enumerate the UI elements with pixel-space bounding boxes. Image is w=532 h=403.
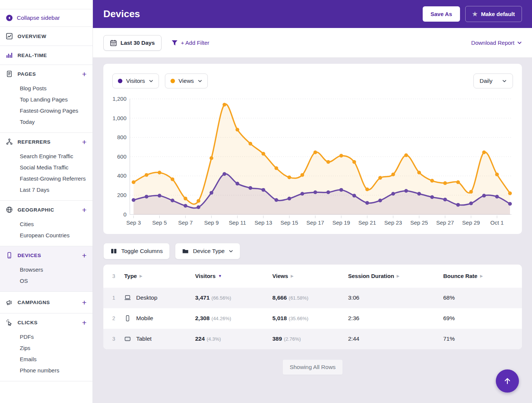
showing-all-rows-button[interactable]: Showing All Rows bbox=[283, 360, 342, 375]
views-series-dropdown[interactable]: Views bbox=[165, 74, 208, 88]
svg-text:Sep 11: Sep 11 bbox=[229, 219, 246, 226]
sort-arrow-icon: ▶ bbox=[140, 274, 143, 278]
add-filter-button[interactable]: + Add Filter bbox=[171, 40, 209, 46]
arrow-up-icon bbox=[503, 377, 512, 385]
sidebar-item-fastest-growing-referrers[interactable]: Fastest-Growing Referrers bbox=[20, 173, 87, 184]
table-controls: Toggle Columns Device Type bbox=[103, 243, 522, 259]
geographic-links: Cities European Countries bbox=[6, 219, 87, 241]
sidebar-item-geographic[interactable]: GEOGRAPHIC + bbox=[6, 201, 87, 219]
sidebar-item-today[interactable]: Today bbox=[20, 116, 87, 128]
table-footer: Showing All Rows bbox=[103, 360, 522, 375]
sidebar-item-clicks[interactable]: CLICKS + bbox=[6, 313, 87, 331]
svg-text:Sep 5: Sep 5 bbox=[152, 219, 167, 226]
table-header-row: 3 Type▶ Visitors▼ Views▶ Session Duratio… bbox=[103, 265, 522, 288]
download-report-button[interactable]: Download Report bbox=[471, 40, 522, 46]
sidebar-item-campaigns[interactable]: CAMPAIGNS + bbox=[0, 292, 93, 313]
referrers-links: Search Engine Traffic Social Media Traff… bbox=[6, 151, 87, 196]
referrers-label: REFERRERS bbox=[18, 139, 77, 145]
sidebar-item-last-7-days[interactable]: Last 7 Days bbox=[20, 184, 87, 196]
toggle-columns-button[interactable]: Toggle Columns bbox=[103, 243, 170, 259]
sidebar-item-zips[interactable]: Zips bbox=[20, 343, 87, 354]
svg-text:Sep 3: Sep 3 bbox=[126, 219, 141, 226]
toggle-columns-label: Toggle Columns bbox=[121, 248, 163, 254]
sidebar-item-fastest-growing-pages[interactable]: Fastest-Growing Pages bbox=[20, 105, 87, 116]
sidebar: Collapse sidebar OVERVIEW REAL-TIME PAGE… bbox=[0, 0, 93, 403]
sidebar-item-browsers[interactable]: Browsers bbox=[20, 264, 87, 275]
sidebar-item-os[interactable]: OS bbox=[20, 275, 87, 287]
svg-text:Sep 21: Sep 21 bbox=[359, 219, 376, 226]
sidebar-item-pdfs[interactable]: PDFs bbox=[20, 331, 87, 343]
sidebar-item-devices[interactable]: DEVICES + bbox=[6, 246, 87, 264]
sidebar-item-realtime[interactable]: REAL-TIME bbox=[0, 46, 93, 65]
chevron-down-icon bbox=[198, 79, 202, 83]
scroll-to-top-button[interactable] bbox=[496, 369, 519, 393]
collapse-sidebar-label: Collapse sidebar bbox=[17, 15, 60, 21]
pages-links: Blog Posts Top Landing Pages Fastest-Gro… bbox=[6, 83, 87, 128]
column-header-views[interactable]: Views▶ bbox=[272, 273, 348, 279]
sidebar-item-pages[interactable]: PAGES + bbox=[6, 65, 87, 83]
column-header-session-duration[interactable]: Session Duration▶ bbox=[348, 273, 443, 279]
visitors-series-dropdown[interactable]: Visitors bbox=[112, 74, 159, 88]
column-header-type[interactable]: Type▶ bbox=[124, 273, 195, 279]
globe-icon bbox=[6, 206, 13, 213]
date-range-label: Last 30 Days bbox=[121, 40, 155, 46]
collapse-sidebar-button[interactable]: Collapse sidebar bbox=[0, 9, 93, 27]
add-clicks-report-button[interactable]: + bbox=[82, 319, 87, 327]
add-devices-report-button[interactable]: + bbox=[82, 252, 87, 259]
svg-text:600: 600 bbox=[117, 153, 126, 160]
svg-text:Sep 27: Sep 27 bbox=[436, 219, 454, 226]
sidebar-item-phone-numbers[interactable]: Phone numbers bbox=[20, 365, 87, 376]
add-referrers-report-button[interactable]: + bbox=[82, 138, 87, 146]
column-header-visitors[interactable]: Visitors▼ bbox=[195, 273, 272, 279]
svg-text:200: 200 bbox=[117, 192, 126, 198]
sort-arrow-icon: ▶ bbox=[291, 274, 294, 278]
add-pages-report-button[interactable]: + bbox=[82, 70, 87, 78]
table-row-tablet[interactable]: 3 Tablet 224(4.3%) 389(2.76%) 2:44 71% bbox=[103, 329, 522, 349]
sidebar-item-search-engine-traffic[interactable]: Search Engine Traffic bbox=[20, 151, 87, 162]
svg-text:Sep 25: Sep 25 bbox=[410, 219, 428, 226]
device-type-name: Tablet bbox=[136, 335, 151, 342]
device-type-name: Mobile bbox=[136, 315, 153, 322]
views-dot-icon bbox=[170, 79, 175, 83]
sidebar-item-emails[interactable]: Emails bbox=[20, 354, 87, 365]
svg-text:Sep 19: Sep 19 bbox=[332, 219, 350, 226]
sort-arrow-icon: ▶ bbox=[480, 274, 483, 278]
page-title: Devices bbox=[103, 8, 423, 20]
devices-links: Browsers OS bbox=[6, 264, 87, 287]
svg-text:Oct 1: Oct 1 bbox=[490, 219, 504, 226]
svg-text:1,000: 1,000 bbox=[113, 115, 126, 121]
columns-icon bbox=[110, 248, 117, 254]
folder-icon bbox=[182, 248, 189, 254]
tablet-icon bbox=[124, 335, 131, 342]
laptop-icon bbox=[124, 294, 131, 301]
date-range-button[interactable]: Last 30 Days bbox=[103, 35, 162, 51]
sidebar-item-top-landing-pages[interactable]: Top Landing Pages bbox=[20, 94, 87, 105]
smartphone-icon bbox=[124, 315, 131, 322]
realtime-bars-icon bbox=[6, 52, 13, 59]
make-default-button[interactable]: ★ Make default bbox=[465, 6, 522, 22]
campaigns-label: CAMPAIGNS bbox=[18, 300, 77, 305]
sidebar-item-referrers[interactable]: REFERRERS + bbox=[6, 133, 87, 151]
svg-text:1,200: 1,200 bbox=[113, 96, 126, 102]
table-row-mobile[interactable]: 2 Mobile 2,308(44.26%) 5,018(35.66%) 2:3… bbox=[103, 308, 522, 329]
sidebar-item-blog-posts[interactable]: Blog Posts bbox=[20, 83, 87, 94]
sidebar-group-geographic: GEOGRAPHIC + Cities European Countries bbox=[0, 201, 93, 246]
column-header-bounce-rate[interactable]: Bounce Rate▶ bbox=[443, 273, 522, 279]
interval-dropdown[interactable]: Daily bbox=[473, 74, 513, 88]
traffic-chart: 02004006008001,0001,200Sep 3Sep 5Sep 7Se… bbox=[112, 95, 513, 227]
add-campaigns-report-button[interactable]: + bbox=[82, 299, 87, 306]
sidebar-item-cities[interactable]: Cities bbox=[20, 219, 87, 230]
sidebar-top-spacer bbox=[0, 0, 93, 9]
sidebar-item-social-media-traffic[interactable]: Social Media Traffic bbox=[20, 162, 87, 173]
sidebar-item-european-countries[interactable]: European Countries bbox=[20, 230, 87, 241]
main: Devices Save As ★ Make default Last 30 D… bbox=[93, 0, 532, 403]
device-type-name: Desktop bbox=[136, 294, 157, 301]
add-geographic-report-button[interactable]: + bbox=[82, 206, 87, 214]
device-type-dropdown[interactable]: Device Type bbox=[175, 243, 240, 259]
table-row-desktop[interactable]: 1 Desktop 3,471(66.56%) 8,666(61.58%) 3:… bbox=[103, 288, 522, 308]
sidebar-item-overview[interactable]: OVERVIEW bbox=[0, 27, 93, 46]
realtime-label: REAL-TIME bbox=[18, 53, 87, 58]
toolbar: Last 30 Days + Add Filter Download Repor… bbox=[93, 28, 532, 58]
save-as-button[interactable]: Save As bbox=[423, 6, 460, 22]
svg-text:Sep 15: Sep 15 bbox=[281, 219, 298, 226]
